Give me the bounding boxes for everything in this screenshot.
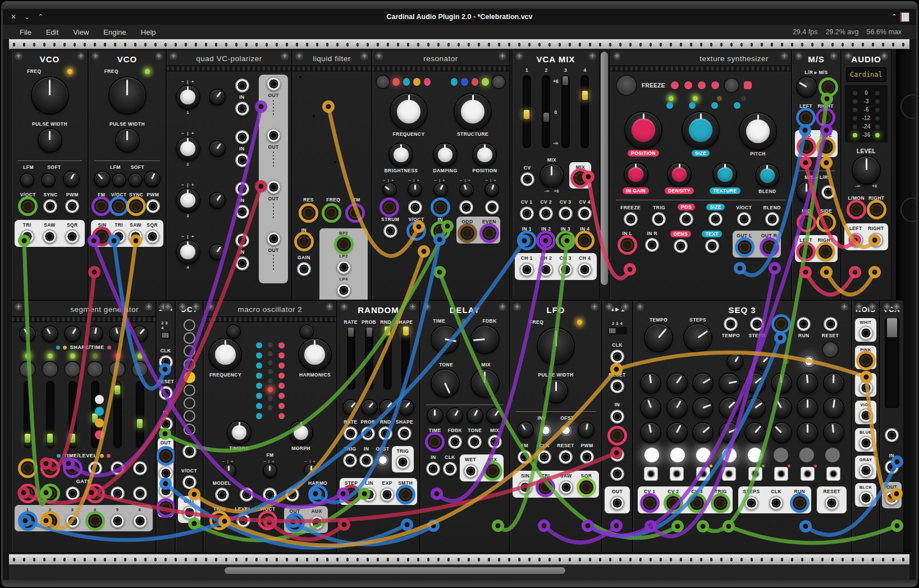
tl-jack[interactable] [21,461,35,475]
mid-knob[interactable] [668,163,691,186]
freq-knob[interactable] [109,77,145,113]
level-slider[interactable] [885,318,899,408]
segment-button[interactable] [88,362,102,376]
clk-jack[interactable] [159,355,173,369]
fm-attenuator[interactable] [518,422,533,437]
out-jack[interactable] [159,449,173,463]
pwm-attenuator[interactable] [64,172,79,186]
clk-jack[interactable] [443,462,457,476]
in-jack[interactable] [359,453,373,467]
mode-select-button[interactable] [725,79,738,92]
lr-out-jack[interactable] [819,245,833,259]
freeze-button[interactable] [617,76,636,95]
reset-out-jack[interactable] [825,496,839,510]
cv-jack[interactable] [378,426,392,440]
cv-jack[interactable] [559,206,573,220]
shape-knob[interactable] [20,327,35,341]
shape-attenuator[interactable] [399,400,413,415]
menu-file[interactable]: File [20,28,31,36]
in-jack[interactable] [610,467,624,481]
numbered-jack[interactable] [133,514,147,528]
input-jack[interactable] [65,199,79,213]
in-jack[interactable] [426,462,440,476]
channel-fader[interactable] [523,75,531,148]
seq-knob[interactable] [772,423,791,442]
out-jack[interactable] [380,488,394,502]
mix-knob[interactable] [472,370,499,397]
horizontal-scrollbar[interactable] [225,567,565,574]
cv-jack[interactable] [539,206,553,220]
model-jack[interactable] [215,488,229,502]
tempo-knob[interactable] [645,324,672,351]
gate-jack[interactable] [644,467,658,481]
steps-cv-attenuator[interactable] [756,355,770,369]
seq-knob[interactable] [772,398,791,417]
trig-jack[interactable] [343,453,357,467]
cv-jack[interactable] [652,212,666,226]
cv-jack[interactable] [624,212,638,226]
in-jack[interactable] [610,448,624,462]
cv-jack[interactable] [397,426,412,440]
mode-button-right[interactable] [492,76,505,88]
seq-knob[interactable] [746,374,765,393]
out-jack[interactable] [159,466,173,480]
out-jack[interactable] [738,240,752,254]
encode-cv-jack[interactable] [821,80,835,94]
menu-edit[interactable]: Edit [46,28,58,36]
pwm-attenuator[interactable] [579,422,593,437]
reset-jack[interactable] [159,386,173,400]
wave-jack[interactable] [518,480,532,494]
out-jack[interactable] [159,484,173,498]
segment-fader[interactable] [24,381,32,448]
model-select-left[interactable] [227,325,240,338]
encode-width-knob[interactable] [797,77,816,97]
gain-jack[interactable] [297,262,311,276]
output-jack[interactable] [43,229,57,244]
audio-out-jack[interactable] [849,233,863,247]
numbered-jack[interactable] [66,514,80,528]
in-jack[interactable] [235,256,249,270]
input-jack[interactable] [43,199,57,213]
cv-out-jack[interactable] [690,496,704,510]
seq-knob[interactable] [746,423,765,442]
gate-jack[interactable] [670,467,684,481]
fm-cv-jack[interactable] [263,488,277,502]
cv-jack[interactable] [348,206,362,220]
shape-knob[interactable] [43,327,57,341]
model-select-right[interactable] [300,325,313,338]
monitor-jack[interactable] [849,203,863,217]
decode-cv-jack[interactable] [821,185,835,199]
out-jack[interactable] [267,180,281,194]
gate-jack[interactable] [826,467,840,481]
out-jack[interactable] [159,501,173,515]
in-jack[interactable] [297,235,311,249]
ch-jack[interactable] [559,263,573,277]
pulse-width-knob[interactable] [545,380,567,402]
step-light[interactable] [825,448,840,462]
cv-jack[interactable] [520,172,534,186]
tl-jack[interactable] [111,461,125,475]
seq-knob[interactable] [667,423,687,442]
harmo-jack[interactable] [311,488,325,502]
output-jack[interactable] [95,229,109,244]
in-jack[interactable] [610,429,624,443]
in-jack[interactable] [235,153,249,167]
pulse-width-knob[interactable] [39,129,61,151]
big-knob[interactable] [740,113,776,149]
pencil-icon[interactable] [95,407,104,416]
noise-jack[interactable] [859,326,873,340]
lr-in-jack[interactable] [819,111,833,125]
out-jack[interactable] [310,516,324,530]
noise-jack[interactable] [859,353,873,368]
big-knob[interactable] [683,112,719,148]
out-jack[interactable] [762,240,776,254]
cv-jack[interactable] [235,130,249,144]
cv-jack[interactable] [537,450,551,464]
tempo-cv-attenuator[interactable] [728,355,742,369]
input-jack[interactable] [94,199,108,213]
random-fader[interactable] [347,328,355,390]
midside-in-jack[interactable] [819,215,833,229]
step-light[interactable] [696,448,711,462]
step-light[interactable] [774,448,788,462]
lr-in-jack[interactable] [799,111,813,125]
